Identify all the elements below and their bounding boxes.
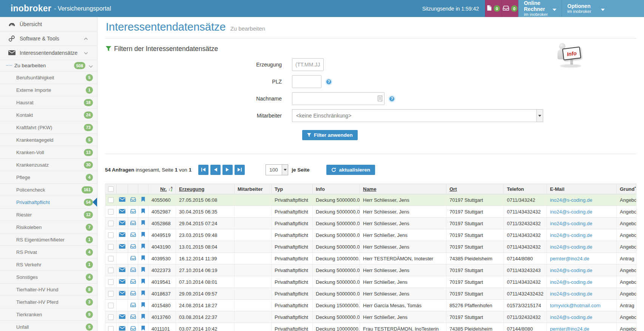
sidebar-item-tierhalter-hv-hund[interactable]: Tierhalter-HV Hund8 <box>0 283 97 296</box>
inbox-icon[interactable] <box>130 256 136 261</box>
sidebar-item-berufsunf-higkeit[interactable]: Berufsunfähigkeit5 <box>0 71 97 84</box>
bookmark-icon[interactable] <box>141 221 145 226</box>
column-header-name[interactable]: Name <box>360 184 446 194</box>
row-checkbox[interactable] <box>108 244 114 250</box>
help-icon[interactable]: ? <box>325 78 332 85</box>
optionen-button[interactable]: Optionen im inobroker <box>562 0 644 17</box>
email-link[interactable]: pernter@ino24.de <box>550 326 589 331</box>
last-page-button[interactable] <box>235 165 245 175</box>
sidebar-item-rs-eigent-mer-mieter[interactable]: RS Eigentümer/Mieter1 <box>0 234 97 246</box>
inbox-icon[interactable] <box>130 221 136 226</box>
email-link[interactable]: ino24@s-coding.de <box>550 197 592 203</box>
sidebar-item-risikoleben[interactable]: Risikoleben7 <box>0 221 97 234</box>
row-checkbox[interactable] <box>108 221 114 226</box>
row-checkbox[interactable] <box>108 326 114 331</box>
erzeugung-input[interactable] <box>292 58 324 71</box>
inbox-icon[interactable] <box>130 279 136 285</box>
select-all-checkbox[interactable] <box>108 186 114 192</box>
inbox-icon[interactable] <box>130 314 136 320</box>
inbox-button[interactable]: 0 <box>502 0 518 17</box>
sidebar-item-rs-verkehr[interactable]: RS Verkehr1 <box>0 258 97 271</box>
sort-alpha-icon[interactable]: ↓AZ <box>168 186 173 192</box>
filter-apply-button[interactable]: Filter anwenden <box>302 130 358 140</box>
email-link[interactable]: tomyvick@hotmail.com <box>550 303 601 308</box>
bookmark-icon[interactable] <box>141 291 145 297</box>
row-checkbox[interactable] <box>108 314 114 320</box>
envelope-icon[interactable] <box>119 314 125 320</box>
sidebar-item-sonstiges[interactable]: Sonstiges4 <box>0 271 97 283</box>
row-checkbox[interactable] <box>108 291 114 297</box>
envelope-icon[interactable] <box>119 268 125 273</box>
bookmark-icon[interactable] <box>141 279 145 285</box>
email-link[interactable]: ino24@s-coding.de <box>550 291 592 297</box>
sidebar-item-kranken-voll[interactable]: Kranken-Voll13 <box>0 146 97 159</box>
sidebar-item-hausrat[interactable]: Hausrat18 <box>0 96 97 109</box>
row-checkbox[interactable] <box>108 197 114 203</box>
bookmark-icon[interactable] <box>141 314 145 320</box>
inbox-icon[interactable] <box>130 291 136 297</box>
column-label[interactable]: Ort <box>449 186 457 192</box>
envelope-icon[interactable] <box>119 209 125 215</box>
sidebar-item-software-tools[interactable]: Software & Tools <box>0 31 97 46</box>
help-icon[interactable]: ? <box>388 95 395 102</box>
envelope-icon[interactable] <box>119 279 125 285</box>
envelope-icon[interactable] <box>119 197 125 203</box>
row-checkbox[interactable] <box>108 256 114 261</box>
envelope-icon[interactable] <box>119 326 125 331</box>
row-checkbox[interactable] <box>108 268 114 273</box>
online-rechner-button[interactable]: Online Rechner im inobroker <box>518 0 562 17</box>
column-label[interactable]: Erzeugung <box>179 186 204 192</box>
refresh-button[interactable]: aktualisieren <box>326 165 375 175</box>
mitarbeiter-select[interactable]: <keine Einschränkung> <box>292 109 543 122</box>
sidebar-item-uebersicht[interactable]: Übersicht <box>0 17 97 31</box>
bookmark-icon[interactable] <box>141 244 145 250</box>
bookmark-icon[interactable] <box>141 232 145 238</box>
column-header-ort[interactable]: Ort <box>446 184 504 194</box>
sidebar-item-policencheck[interactable]: Policencheck161 <box>0 184 97 196</box>
select-arrow[interactable] <box>536 110 543 122</box>
sidebar-item-rs-privat[interactable]: RS Privat4 <box>0 246 97 258</box>
sidebar-item-kontakt[interactable]: Kontakt24 <box>0 109 97 121</box>
column-label[interactable]: Name <box>363 186 376 192</box>
bookmark-icon[interactable] <box>141 268 145 273</box>
envelope-icon[interactable] <box>119 244 125 250</box>
bookmark-icon[interactable] <box>141 209 145 215</box>
sidebar-item-tierhalter-hv-pferd[interactable]: Tierhalter-HV Pferd3 <box>0 296 97 308</box>
prev-page-button[interactable] <box>210 165 221 175</box>
inbox-icon[interactable] <box>130 244 136 250</box>
sidebar-item-tierkranken[interactable]: Tierkranken9 <box>0 308 97 321</box>
bookmark-icon[interactable] <box>141 326 145 331</box>
inbox-icon[interactable] <box>130 232 136 238</box>
column-label[interactable]: Nr. <box>160 186 167 192</box>
column-header-nr[interactable]: Nr.↓AZ <box>148 184 176 194</box>
inbox-icon[interactable] <box>130 326 136 331</box>
bookmark-icon[interactable] <box>141 197 145 203</box>
sidebar-item-unfall[interactable]: Unfall5 <box>0 321 97 331</box>
plz-input[interactable] <box>292 75 321 88</box>
sidebar-item-pflege[interactable]: Pflege4 <box>0 171 97 184</box>
email-link[interactable]: ino24@s-coding.de <box>550 221 592 226</box>
sidebar-item-privathaftpflicht[interactable]: Privathaftpflicht54 <box>0 196 97 209</box>
sidebar-item-krankenzusatz[interactable]: Krankenzusatz30 <box>0 159 97 171</box>
email-link[interactable]: ino24@s-coding.de <box>550 244 592 250</box>
sidebar-item-zu-bearbeiten[interactable]: Zu bearbeiten 508 <box>0 60 97 71</box>
inbox-icon[interactable] <box>130 197 136 203</box>
select-arrow[interactable] <box>282 165 288 175</box>
email-link[interactable]: pernter@ino24.de <box>550 256 589 261</box>
sidebar-item-riester[interactable]: Riester12 <box>0 209 97 221</box>
row-checkbox[interactable] <box>108 232 114 238</box>
sidebar-item-krankentagegeld[interactable]: Krankentagegeld5 <box>0 134 97 146</box>
row-checkbox[interactable] <box>108 303 114 308</box>
per-page-select[interactable]: 100 <box>266 164 288 175</box>
sidebar-item-kraftfahrt-pkw-[interactable]: Kraftfahrt (PKW)73 <box>0 121 97 134</box>
email-link[interactable]: ino24@s-coding.de <box>550 232 592 238</box>
nachname-input[interactable] <box>292 92 385 105</box>
sidebar-item-interessentendatensaetze[interactable]: Interessentendatensätze <box>0 46 97 60</box>
row-checkbox[interactable] <box>108 279 114 285</box>
column-header-erzeugung[interactable]: Erzeugung <box>176 184 235 194</box>
documents-button[interactable]: 0 <box>485 0 502 17</box>
inbox-icon[interactable] <box>130 268 136 273</box>
email-link[interactable]: ino24@s-coding.de <box>550 314 592 320</box>
email-link[interactable]: ino24@s-coding.de <box>550 209 592 215</box>
row-checkbox[interactable] <box>108 209 114 215</box>
